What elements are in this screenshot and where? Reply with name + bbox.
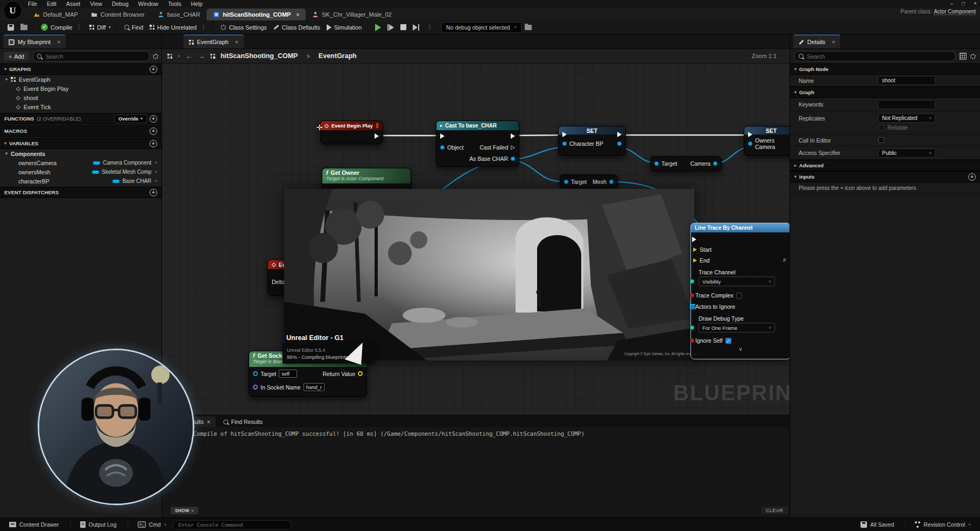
details-settings-icon[interactable] [970,54,976,59]
diff-button[interactable]: Diff ▾ [86,21,114,34]
inputs-section-header[interactable]: ▾ Inputs + [790,171,980,182]
output-log-button[interactable]: Output Log [75,518,122,531]
target-pin[interactable] [253,371,258,376]
all-saved-button[interactable]: All Saved [856,518,899,531]
draw-debug-select[interactable]: For One Frame ˅ [699,323,775,332]
components-group[interactable]: ▾ Components [0,149,161,158]
exec-out-pin[interactable] [617,132,622,137]
character-bp-out-pin[interactable] [617,141,622,146]
save-button[interactable] [4,21,17,34]
graph-settings-icon[interactable] [167,54,172,59]
graph-settings-dropdown-icon[interactable]: ˅ [178,54,180,59]
compile-options-icon[interactable]: ⋮ [75,24,83,31]
minimize-button[interactable]: – [950,1,954,6]
name-field[interactable]: shoot [878,76,935,85]
camera-out-pin[interactable] [713,161,717,166]
node-event-begin-play[interactable]: ✛ ◇ Event Begin Play [320,121,383,144]
node-set-owners-camera[interactable]: SET Owners Camera [744,126,789,156]
add-dispatcher-icon[interactable]: + [150,189,157,196]
debug-browse-button[interactable] [521,21,535,34]
menu-asset[interactable]: Asset [62,0,84,8]
video-overlay[interactable] [284,189,694,360]
exec-out-pin[interactable] [375,133,379,139]
ignore-self-checkbox[interactable]: ✓ [725,338,731,344]
eject-button[interactable] [410,21,422,34]
nav-forward-button[interactable]: → [198,52,205,60]
tab-hitscanshooting-comp[interactable]: hitScanShooting_COMP × [207,9,306,20]
start-pin[interactable] [693,247,697,252]
clear-button[interactable]: CLEAR [760,506,789,515]
graphs-section-header[interactable]: ▾ GRAPHS + [0,63,161,75]
target-pin[interactable] [654,161,659,166]
add-function-icon[interactable]: + [150,115,157,123]
add-macro-icon[interactable]: + [150,128,157,135]
browse-button[interactable] [17,21,31,34]
menu-file[interactable]: File [24,0,41,8]
cast-failed-exec-pin[interactable]: ▷ [511,144,515,150]
variable-ownerscamera[interactable]: ownersCamera Camera Component ˅ [0,158,161,167]
return-value-pin[interactable] [358,371,363,376]
play-options-button[interactable]: ⋮ [422,21,437,34]
advanced-section-header[interactable]: ▸ Advanced [790,160,980,171]
node-line-trace-by-channel[interactable]: Line Trace By Channel Start End F Trace … [690,223,789,359]
display-filter-icon[interactable] [960,53,967,60]
node-get-camera[interactable]: Target Camera [650,156,722,171]
search-input[interactable] [44,53,145,60]
event-dispatchers-section-header[interactable]: EVENT DISPATCHERS + [0,187,161,198]
character-bp-in-pin[interactable] [562,141,567,146]
graph-node-section-header[interactable]: ▾ Graph Node [790,63,980,75]
add-input-icon[interactable]: + [968,173,976,181]
find-results-tab[interactable]: Find Results [218,416,268,427]
node-set-character-bp[interactable]: SET Character BP [558,126,626,156]
exec-in-pin[interactable] [562,132,567,137]
variables-section-header[interactable]: ▾ VARIABLES + [0,138,161,149]
trace-channel-pin[interactable] [690,279,694,284]
mesh-out-pin[interactable] [609,180,614,184]
owners-camera-in-pin[interactable] [748,141,752,146]
details-search-input[interactable] [806,53,951,60]
tab-base-char[interactable]: base_CHAR [151,9,207,20]
menu-view[interactable]: View [86,0,107,8]
event-begin-play-item[interactable]: ◇ Event Begin Play [0,84,161,93]
cmd-button[interactable]: >_ Cmd ˅ [133,518,172,531]
menu-tools[interactable]: Tools [164,0,186,8]
diff-dropdown-icon[interactable]: ▾ [109,25,111,30]
ignore-self-pin[interactable] [690,338,694,343]
variable-ownersmesh[interactable]: ownersMesh Skeletal Mesh Comp ˅ [0,167,161,176]
find-button[interactable]: Find [121,21,146,34]
hide-unrelated-options-icon[interactable]: ⋮ [199,24,207,31]
tab-content-browser[interactable]: Content Browser [84,9,151,20]
parent-class-link[interactable]: Actor Component [934,9,976,15]
content-drawer-button[interactable]: Content Drawer [4,518,64,531]
panel-settings-icon[interactable] [153,54,158,59]
breadcrumb-current[interactable]: EventGraph [319,52,357,60]
revision-control-button[interactable]: Revision Control ˅ [910,518,976,531]
keywords-field[interactable] [878,100,935,109]
draw-debug-pin[interactable] [690,325,694,330]
class-defaults-button[interactable]: Class Defaults [270,21,323,34]
add-button[interactable]: + Add [3,51,30,61]
stop-button[interactable] [397,21,410,34]
functions-section-header[interactable]: FUNCTIONS (2 OVERRIDABLE) Override ▾ + [0,113,161,124]
add-variable-icon[interactable]: + [150,140,157,147]
menu-debug[interactable]: Debug [108,0,133,8]
show-button[interactable]: SHOW ˅ [171,507,198,514]
close-button[interactable]: × [974,1,977,6]
tab-sk-villager[interactable]: SK_Chr_Villager_Male_02 [306,9,398,20]
node-get-mesh[interactable]: Target Mesh [560,174,618,189]
call-in-editor-checkbox[interactable] [878,137,884,143]
actors-to-ignore-pin[interactable] [690,304,695,309]
as-base-char-pin[interactable] [511,157,515,161]
close-tab-icon[interactable]: × [235,39,238,45]
debug-object-select[interactable]: No debug object selected ˅ [441,22,521,33]
close-tab-icon[interactable]: × [296,12,299,18]
exec-out-pin[interactable] [511,133,515,139]
breadcrumb-root[interactable]: hitScanShooting_COMP [221,52,298,60]
add-graph-icon[interactable]: + [150,66,157,73]
override-button[interactable]: Override ▾ [114,115,147,123]
node-expand-chevron[interactable]: ˅ [691,346,789,352]
play-button[interactable] [372,21,384,34]
maximize-button[interactable]: □ [962,1,965,6]
graph-section-header[interactable]: ▾ Graph [790,87,980,98]
chevron-down-icon[interactable]: ˅ [154,160,157,165]
